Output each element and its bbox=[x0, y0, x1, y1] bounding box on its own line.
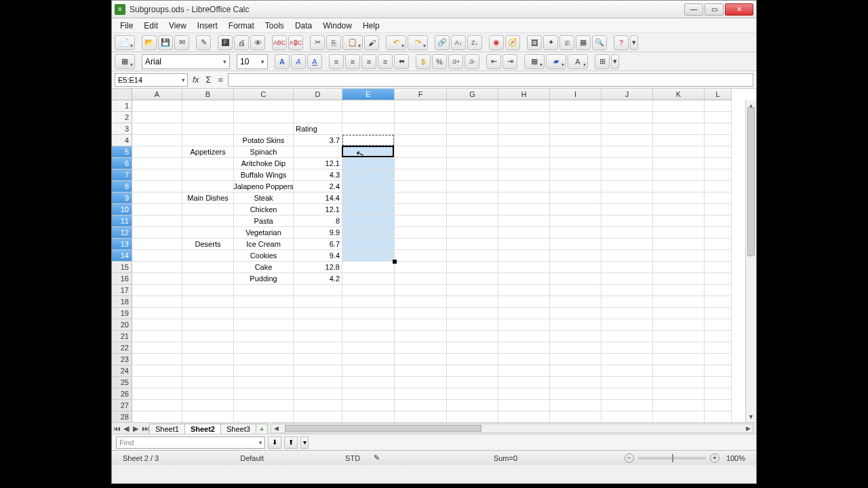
cell-K11[interactable] bbox=[653, 216, 705, 227]
open-button[interactable]: 📂 bbox=[142, 35, 157, 50]
indent-decrease-button[interactable]: ⇤ bbox=[486, 54, 501, 69]
cell-H7[interactable] bbox=[498, 169, 550, 181]
cell-E1[interactable] bbox=[342, 100, 395, 112]
cell-B7[interactable] bbox=[182, 169, 234, 181]
cell-A20[interactable] bbox=[132, 319, 182, 331]
col-header-B[interactable]: B bbox=[182, 89, 234, 100]
cell-E5[interactable] bbox=[342, 146, 395, 158]
cell-D23[interactable] bbox=[294, 354, 342, 365]
cell-A6[interactable] bbox=[132, 158, 182, 169]
cell-I19[interactable] bbox=[550, 308, 601, 319]
col-header-D[interactable]: D bbox=[294, 89, 342, 100]
cell-C11[interactable]: Pasta bbox=[234, 216, 294, 227]
cell-I16[interactable] bbox=[550, 273, 601, 285]
cell-A23[interactable] bbox=[132, 354, 182, 365]
cell-H4[interactable] bbox=[498, 135, 550, 146]
cell-G25[interactable] bbox=[447, 377, 498, 388]
cell-J4[interactable] bbox=[601, 135, 653, 146]
cut-button[interactable]: ✂ bbox=[310, 35, 325, 50]
sheet-tab-sheet2[interactable]: Sheet2 bbox=[184, 424, 221, 434]
cell-I25[interactable] bbox=[550, 377, 601, 388]
decimal-remove-button[interactable]: .0- bbox=[465, 54, 479, 69]
cell-D2[interactable] bbox=[294, 112, 342, 123]
cell-J8[interactable] bbox=[601, 181, 653, 192]
sort-desc-button[interactable]: Z↓ bbox=[467, 35, 482, 50]
row-header-19[interactable]: 19 bbox=[112, 308, 132, 319]
cell-C27[interactable] bbox=[234, 400, 294, 411]
cell-K20[interactable] bbox=[653, 319, 705, 331]
cell-E13[interactable] bbox=[342, 239, 395, 250]
cell-D28[interactable] bbox=[294, 411, 342, 422]
row-header-28[interactable]: 28 bbox=[112, 411, 132, 422]
cell-J14[interactable] bbox=[601, 250, 653, 262]
cell-F12[interactable] bbox=[395, 227, 447, 239]
cell-K3[interactable] bbox=[653, 123, 705, 135]
redo-button[interactable]: ↷ bbox=[408, 35, 428, 50]
cell-B21[interactable] bbox=[182, 331, 234, 342]
cell-F19[interactable] bbox=[395, 308, 447, 319]
cell-G13[interactable] bbox=[447, 239, 498, 250]
cell-E12[interactable] bbox=[342, 227, 395, 239]
cell-B24[interactable] bbox=[182, 365, 234, 377]
cell-L16[interactable] bbox=[705, 273, 732, 285]
cell-L7[interactable] bbox=[705, 169, 732, 181]
cell-K14[interactable] bbox=[653, 250, 705, 262]
cell-K6[interactable] bbox=[653, 158, 705, 169]
cell-C9[interactable]: Steak bbox=[234, 192, 294, 204]
cell-F13[interactable] bbox=[395, 239, 447, 250]
cell-L2[interactable] bbox=[705, 112, 732, 123]
row-header-8[interactable]: 8 bbox=[112, 181, 132, 192]
cell-E23[interactable] bbox=[342, 354, 395, 365]
cell-H17[interactable] bbox=[498, 285, 550, 296]
indent-increase-button[interactable]: ⇥ bbox=[502, 54, 517, 69]
cell-H11[interactable] bbox=[498, 216, 550, 227]
cell-L4[interactable] bbox=[705, 135, 732, 146]
cell-K7[interactable] bbox=[653, 169, 705, 181]
find-prev-button[interactable]: ⬆ bbox=[284, 436, 298, 449]
save-button[interactable]: 💾 bbox=[158, 35, 173, 50]
cell-E20[interactable] bbox=[342, 319, 395, 331]
row-header-26[interactable]: 26 bbox=[112, 388, 132, 400]
cell-G14[interactable] bbox=[447, 250, 498, 262]
cell-K5[interactable] bbox=[653, 146, 705, 158]
cell-B10[interactable] bbox=[182, 204, 234, 216]
cell-A26[interactable] bbox=[132, 388, 182, 400]
cell-H20[interactable] bbox=[498, 319, 550, 331]
cell-J7[interactable] bbox=[601, 169, 653, 181]
cell-J18[interactable] bbox=[601, 296, 653, 308]
cell-G12[interactable] bbox=[447, 227, 498, 239]
col-header-A[interactable]: A bbox=[132, 89, 182, 100]
row-header-22[interactable]: 22 bbox=[112, 342, 132, 354]
cell-L15[interactable] bbox=[705, 262, 732, 273]
tab-prev[interactable]: ◀ bbox=[121, 424, 131, 433]
menu-format[interactable]: Format bbox=[223, 20, 260, 32]
cell-K21[interactable] bbox=[653, 331, 705, 342]
cell-I10[interactable] bbox=[550, 204, 601, 216]
cell-D16[interactable]: 4.2 bbox=[294, 273, 342, 285]
cell-A27[interactable] bbox=[132, 400, 182, 411]
underline-button[interactable]: A bbox=[307, 54, 322, 69]
cell-J3[interactable] bbox=[601, 123, 653, 135]
cell-A25[interactable] bbox=[132, 377, 182, 388]
cell-L28[interactable] bbox=[705, 411, 732, 422]
styles-button[interactable]: ▦ bbox=[115, 54, 135, 69]
cell-D6[interactable]: 12.1 bbox=[294, 158, 342, 169]
cell-K1[interactable] bbox=[653, 100, 705, 112]
cell-B25[interactable] bbox=[182, 377, 234, 388]
cell-J26[interactable] bbox=[601, 388, 653, 400]
maximize-button[interactable]: ▭ bbox=[705, 3, 724, 16]
cell-C21[interactable] bbox=[234, 331, 294, 342]
col-header-L[interactable]: L bbox=[705, 89, 732, 100]
row-header-23[interactable]: 23 bbox=[112, 354, 132, 365]
menu-tools[interactable]: Tools bbox=[260, 20, 290, 32]
cell-B20[interactable] bbox=[182, 319, 234, 331]
align-right-button[interactable]: ≡ bbox=[361, 54, 376, 69]
cell-J5[interactable] bbox=[601, 146, 653, 158]
cell-H25[interactable] bbox=[498, 377, 550, 388]
cell-K26[interactable] bbox=[653, 388, 705, 400]
record-button[interactable]: ⎚ bbox=[559, 35, 574, 50]
help-button[interactable]: ? bbox=[614, 35, 629, 50]
cell-H21[interactable] bbox=[498, 331, 550, 342]
cell-A8[interactable] bbox=[132, 181, 182, 192]
cell-I1[interactable] bbox=[550, 100, 601, 112]
